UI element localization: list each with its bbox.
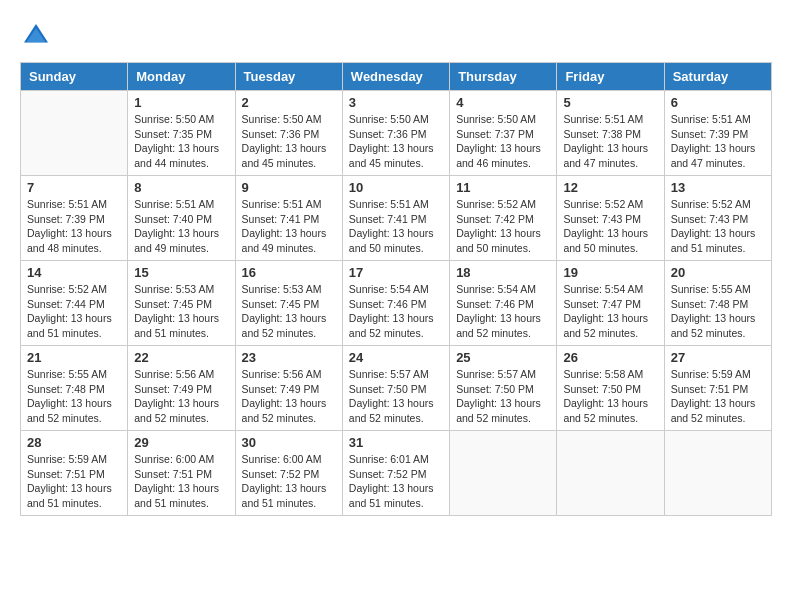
day-cell: 5Sunrise: 5:51 AMSunset: 7:38 PMDaylight… [557, 91, 664, 176]
day-cell: 9Sunrise: 5:51 AMSunset: 7:41 PMDaylight… [235, 176, 342, 261]
day-number: 8 [134, 180, 228, 195]
week-row-4: 21Sunrise: 5:55 AMSunset: 7:48 PMDayligh… [21, 346, 772, 431]
day-info: Sunrise: 5:59 AMSunset: 7:51 PMDaylight:… [27, 452, 121, 511]
day-info: Sunrise: 5:50 AMSunset: 7:37 PMDaylight:… [456, 112, 550, 171]
day-cell: 25Sunrise: 5:57 AMSunset: 7:50 PMDayligh… [450, 346, 557, 431]
day-info: Sunrise: 5:50 AMSunset: 7:35 PMDaylight:… [134, 112, 228, 171]
day-number: 26 [563, 350, 657, 365]
day-cell: 19Sunrise: 5:54 AMSunset: 7:47 PMDayligh… [557, 261, 664, 346]
day-info: Sunrise: 5:52 AMSunset: 7:42 PMDaylight:… [456, 197, 550, 256]
day-number: 1 [134, 95, 228, 110]
day-cell: 7Sunrise: 5:51 AMSunset: 7:39 PMDaylight… [21, 176, 128, 261]
day-number: 17 [349, 265, 443, 280]
day-cell [450, 431, 557, 516]
day-number: 20 [671, 265, 765, 280]
day-cell: 23Sunrise: 5:56 AMSunset: 7:49 PMDayligh… [235, 346, 342, 431]
day-info: Sunrise: 5:50 AMSunset: 7:36 PMDaylight:… [242, 112, 336, 171]
day-info: Sunrise: 5:52 AMSunset: 7:44 PMDaylight:… [27, 282, 121, 341]
week-row-2: 7Sunrise: 5:51 AMSunset: 7:39 PMDaylight… [21, 176, 772, 261]
day-number: 12 [563, 180, 657, 195]
week-row-1: 1Sunrise: 5:50 AMSunset: 7:35 PMDaylight… [21, 91, 772, 176]
day-info: Sunrise: 5:59 AMSunset: 7:51 PMDaylight:… [671, 367, 765, 426]
col-header-monday: Monday [128, 63, 235, 91]
day-info: Sunrise: 5:51 AMSunset: 7:39 PMDaylight:… [27, 197, 121, 256]
day-number: 14 [27, 265, 121, 280]
col-header-tuesday: Tuesday [235, 63, 342, 91]
day-info: Sunrise: 5:54 AMSunset: 7:47 PMDaylight:… [563, 282, 657, 341]
day-number: 18 [456, 265, 550, 280]
day-number: 11 [456, 180, 550, 195]
day-number: 27 [671, 350, 765, 365]
day-cell: 15Sunrise: 5:53 AMSunset: 7:45 PMDayligh… [128, 261, 235, 346]
day-info: Sunrise: 5:56 AMSunset: 7:49 PMDaylight:… [242, 367, 336, 426]
day-info: Sunrise: 5:55 AMSunset: 7:48 PMDaylight:… [27, 367, 121, 426]
day-info: Sunrise: 5:51 AMSunset: 7:41 PMDaylight:… [242, 197, 336, 256]
day-info: Sunrise: 5:54 AMSunset: 7:46 PMDaylight:… [349, 282, 443, 341]
day-number: 28 [27, 435, 121, 450]
page-header [20, 20, 772, 52]
day-info: Sunrise: 5:53 AMSunset: 7:45 PMDaylight:… [242, 282, 336, 341]
day-info: Sunrise: 5:57 AMSunset: 7:50 PMDaylight:… [456, 367, 550, 426]
day-cell [664, 431, 771, 516]
day-info: Sunrise: 5:54 AMSunset: 7:46 PMDaylight:… [456, 282, 550, 341]
logo-icon [20, 20, 52, 52]
day-cell: 4Sunrise: 5:50 AMSunset: 7:37 PMDaylight… [450, 91, 557, 176]
day-cell: 18Sunrise: 5:54 AMSunset: 7:46 PMDayligh… [450, 261, 557, 346]
col-header-sunday: Sunday [21, 63, 128, 91]
day-info: Sunrise: 5:51 AMSunset: 7:40 PMDaylight:… [134, 197, 228, 256]
day-info: Sunrise: 5:53 AMSunset: 7:45 PMDaylight:… [134, 282, 228, 341]
day-number: 10 [349, 180, 443, 195]
day-info: Sunrise: 5:52 AMSunset: 7:43 PMDaylight:… [563, 197, 657, 256]
day-info: Sunrise: 5:58 AMSunset: 7:50 PMDaylight:… [563, 367, 657, 426]
day-number: 24 [349, 350, 443, 365]
day-cell: 28Sunrise: 5:59 AMSunset: 7:51 PMDayligh… [21, 431, 128, 516]
day-cell: 20Sunrise: 5:55 AMSunset: 7:48 PMDayligh… [664, 261, 771, 346]
day-number: 9 [242, 180, 336, 195]
day-number: 31 [349, 435, 443, 450]
day-number: 15 [134, 265, 228, 280]
day-number: 16 [242, 265, 336, 280]
header-row: SundayMondayTuesdayWednesdayThursdayFrid… [21, 63, 772, 91]
day-cell: 13Sunrise: 5:52 AMSunset: 7:43 PMDayligh… [664, 176, 771, 261]
day-info: Sunrise: 5:56 AMSunset: 7:49 PMDaylight:… [134, 367, 228, 426]
day-cell: 27Sunrise: 5:59 AMSunset: 7:51 PMDayligh… [664, 346, 771, 431]
col-header-saturday: Saturday [664, 63, 771, 91]
day-cell: 6Sunrise: 5:51 AMSunset: 7:39 PMDaylight… [664, 91, 771, 176]
day-cell: 26Sunrise: 5:58 AMSunset: 7:50 PMDayligh… [557, 346, 664, 431]
day-cell: 24Sunrise: 5:57 AMSunset: 7:50 PMDayligh… [342, 346, 449, 431]
logo [20, 20, 58, 52]
day-info: Sunrise: 5:57 AMSunset: 7:50 PMDaylight:… [349, 367, 443, 426]
col-header-friday: Friday [557, 63, 664, 91]
day-number: 6 [671, 95, 765, 110]
day-number: 29 [134, 435, 228, 450]
day-number: 5 [563, 95, 657, 110]
day-number: 4 [456, 95, 550, 110]
day-info: Sunrise: 6:01 AMSunset: 7:52 PMDaylight:… [349, 452, 443, 511]
day-cell: 17Sunrise: 5:54 AMSunset: 7:46 PMDayligh… [342, 261, 449, 346]
day-number: 30 [242, 435, 336, 450]
day-cell: 2Sunrise: 5:50 AMSunset: 7:36 PMDaylight… [235, 91, 342, 176]
day-number: 21 [27, 350, 121, 365]
day-number: 7 [27, 180, 121, 195]
day-cell: 12Sunrise: 5:52 AMSunset: 7:43 PMDayligh… [557, 176, 664, 261]
day-cell: 30Sunrise: 6:00 AMSunset: 7:52 PMDayligh… [235, 431, 342, 516]
day-cell: 29Sunrise: 6:00 AMSunset: 7:51 PMDayligh… [128, 431, 235, 516]
day-cell: 8Sunrise: 5:51 AMSunset: 7:40 PMDaylight… [128, 176, 235, 261]
day-cell: 10Sunrise: 5:51 AMSunset: 7:41 PMDayligh… [342, 176, 449, 261]
day-info: Sunrise: 5:51 AMSunset: 7:41 PMDaylight:… [349, 197, 443, 256]
day-number: 25 [456, 350, 550, 365]
day-number: 19 [563, 265, 657, 280]
day-number: 23 [242, 350, 336, 365]
day-cell: 31Sunrise: 6:01 AMSunset: 7:52 PMDayligh… [342, 431, 449, 516]
day-cell: 21Sunrise: 5:55 AMSunset: 7:48 PMDayligh… [21, 346, 128, 431]
day-number: 2 [242, 95, 336, 110]
day-cell: 3Sunrise: 5:50 AMSunset: 7:36 PMDaylight… [342, 91, 449, 176]
week-row-5: 28Sunrise: 5:59 AMSunset: 7:51 PMDayligh… [21, 431, 772, 516]
day-info: Sunrise: 5:55 AMSunset: 7:48 PMDaylight:… [671, 282, 765, 341]
day-number: 22 [134, 350, 228, 365]
day-cell: 14Sunrise: 5:52 AMSunset: 7:44 PMDayligh… [21, 261, 128, 346]
day-info: Sunrise: 5:51 AMSunset: 7:38 PMDaylight:… [563, 112, 657, 171]
col-header-thursday: Thursday [450, 63, 557, 91]
day-cell: 22Sunrise: 5:56 AMSunset: 7:49 PMDayligh… [128, 346, 235, 431]
day-info: Sunrise: 6:00 AMSunset: 7:52 PMDaylight:… [242, 452, 336, 511]
